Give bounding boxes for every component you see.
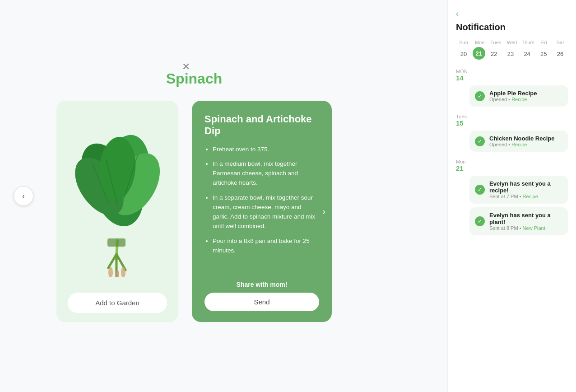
chevron-right-icon: › — [322, 206, 325, 216]
cal-day-23[interactable]: 23 — [503, 47, 518, 61]
notif-item-text: Chicken Noodle Recipe Opened • Recipe — [489, 135, 562, 147]
notif-group-mon21: Mon 21 ✓ Evelyn has sent you a recipe! S… — [456, 159, 568, 235]
calendar-headers: Sun Mon Tues Wed Thurs Fri Sat — [456, 40, 568, 47]
notif-item-apple-pie[interactable]: ✓ Apple Pie Recipe Opened • Recipe — [469, 85, 568, 107]
cal-header-tues: Tues — [488, 40, 503, 45]
notif-group-tues15: Tues 15 ✓ Chicken Noodle Recipe Opened •… — [456, 114, 568, 152]
notification-title: Notification — [456, 22, 568, 33]
cal-header-wed: Wed — [504, 40, 520, 45]
calendar: Sun Mon Tues Wed Thurs Fri Sat 20 21 22 … — [456, 40, 568, 61]
chevron-left-icon: ‹ — [22, 191, 25, 201]
notif-item-text: Evelyn has sent you a plant! Sent at 8 P… — [489, 212, 562, 231]
notif-group-mon14: MON 14 ✓ Apple Pie Recipe Opened • Recip… — [456, 69, 568, 107]
calendar-days: 20 21 22 23 24 25 26 — [456, 47, 568, 61]
notif-item-evelyn-recipe[interactable]: ✓ Evelyn has sent you a recipe! Sent at … — [469, 176, 568, 204]
notif-item-text: Apple Pie Recipe Opened • Recipe — [489, 90, 562, 102]
cal-header-mon: Mon — [472, 40, 488, 45]
recipe-step: Preheat oven to 375. — [213, 145, 319, 154]
share-section: Share with mom! Send — [204, 281, 319, 311]
back-icon: ‹ — [456, 9, 459, 18]
cal-header-thurs: Thurs — [520, 40, 536, 45]
check-icon: ✓ — [475, 136, 485, 146]
back-button[interactable]: ‹ — [456, 9, 459, 19]
check-icon: ✓ — [475, 185, 485, 195]
close-button[interactable]: ✕ — [178, 59, 194, 75]
recipe-step: Pour into a 8x8 pan and bake for 25 minu… — [213, 237, 319, 256]
notif-dow-label: Tues 15 — [456, 114, 467, 127]
main-content: ‹ ✕ Spinach — [0, 0, 388, 392]
notif-dow-label: MON 14 — [456, 69, 468, 82]
notif-date-mon21: Mon 21 — [456, 159, 568, 172]
recipe-next-button[interactable]: › — [322, 206, 325, 216]
prev-nav-button[interactable]: ‹ — [14, 186, 33, 206]
notif-item-chicken-noodle[interactable]: ✓ Chicken Noodle Recipe Opened • Recipe — [469, 131, 568, 152]
cal-header-sun: Sun — [456, 40, 471, 45]
cards-container: Add to Garden Spinach and Artichoke Dip … — [56, 101, 332, 322]
recipe-steps: Preheat oven to 375. In a medium bowl, m… — [204, 145, 319, 256]
cal-day-24[interactable]: 24 — [520, 47, 535, 61]
plant-card: Add to Garden — [56, 101, 178, 322]
recipe-title: Spinach and Artichoke Dip — [204, 113, 319, 137]
cal-header-fri: Fri — [536, 40, 552, 45]
recipe-step: In a separate bowl, mix together sour cr… — [213, 193, 319, 231]
close-icon: ✕ — [182, 61, 190, 72]
svg-line-7 — [108, 254, 116, 268]
cal-header-sat: Sat — [553, 40, 568, 45]
notif-date-mon14: MON 14 — [456, 69, 568, 82]
recipe-card: Spinach and Artichoke Dip Preheat oven t… — [192, 101, 332, 322]
cal-day-25[interactable]: 25 — [536, 47, 551, 61]
notif-date-tues15: Tues 15 — [456, 114, 568, 127]
cal-day-21-today[interactable]: 21 — [473, 47, 485, 60]
share-label: Share with mom! — [204, 281, 319, 288]
recipe-step: In a medium bowl, mix together Parmesan … — [213, 159, 319, 188]
notif-item-evelyn-plant[interactable]: ✓ Evelyn has sent you a plant! Sent at 8… — [469, 207, 568, 235]
add-to-garden-button[interactable]: Add to Garden — [68, 293, 167, 313]
svg-rect-13 — [107, 238, 125, 247]
page-title: Spinach — [166, 70, 222, 87]
cal-day-22[interactable]: 22 — [486, 47, 502, 61]
check-icon: ✓ — [475, 91, 485, 101]
notif-dow-label: Mon 21 — [456, 159, 465, 172]
notif-item-text: Evelyn has sent you a recipe! Sent at 7 … — [489, 180, 562, 199]
plant-image — [65, 110, 169, 281]
recipe-content: Spinach and Artichoke Dip Preheat oven t… — [204, 113, 319, 261]
notification-panel: ‹ Notification Sun Mon Tues Wed Thurs Fr… — [447, 0, 576, 392]
cal-day-26[interactable]: 26 — [553, 47, 568, 61]
cal-day-20[interactable]: 20 — [456, 47, 471, 61]
send-button[interactable]: Send — [204, 293, 319, 311]
check-icon: ✓ — [475, 216, 485, 226]
